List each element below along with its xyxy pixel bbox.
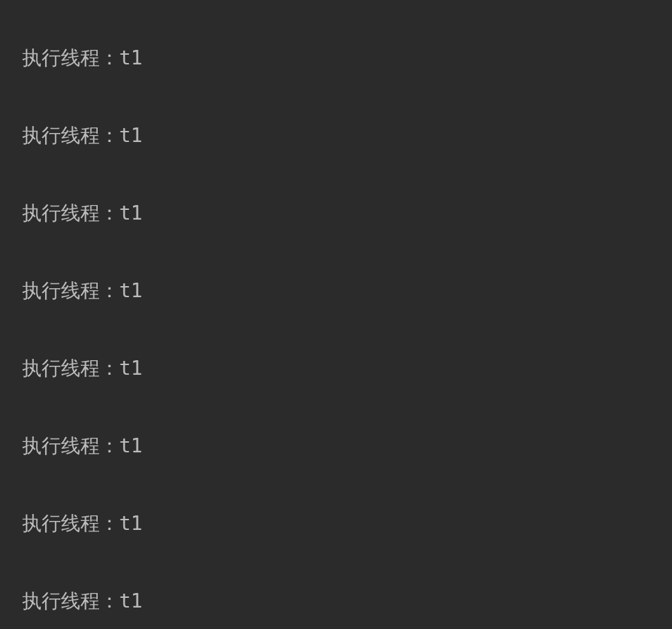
console-output: 执行线程：t1 执行线程：t1 执行线程：t1 执行线程：t1 执行线程：t1 … (0, 0, 672, 629)
console-line: 执行线程：t1 (22, 582, 672, 621)
console-line: 执行线程：t1 (22, 194, 672, 233)
console-line: 执行线程：t1 (22, 504, 672, 543)
console-line: 执行线程：t1 (22, 427, 672, 466)
console-line: 执行线程：t1 (22, 349, 672, 388)
console-line: 执行线程：t1 (22, 39, 672, 78)
console-line: 执行线程：t1 (22, 116, 672, 155)
console-line: 执行线程：t1 (22, 272, 672, 310)
